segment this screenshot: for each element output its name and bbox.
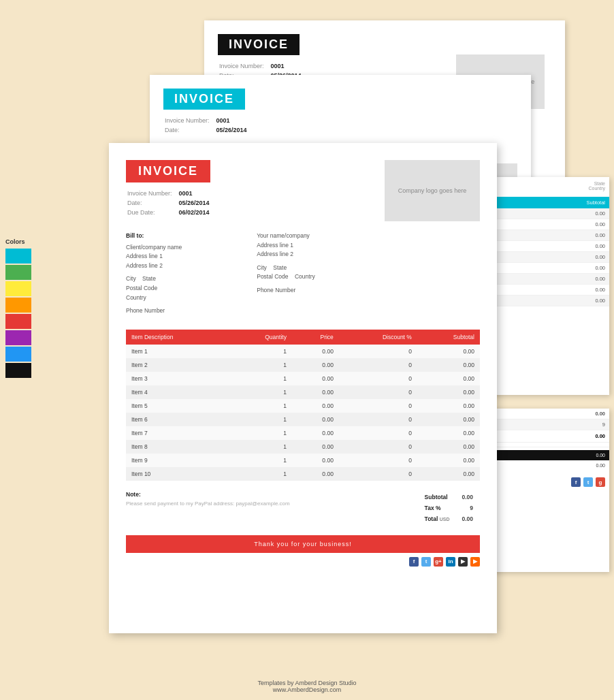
invoice-title-back1: INVOICE xyxy=(163,89,245,110)
social-facebook: f xyxy=(409,557,419,567)
table-row: Item 210.0000.00 xyxy=(126,358,480,372)
col-price: Price xyxy=(292,330,339,345)
totals-section: Subtotal 0.00 Tax % 9 Total USD 0.00 xyxy=(418,491,480,525)
col-subtotal: Subtotal xyxy=(417,330,480,345)
social-github: ▶ xyxy=(458,557,468,567)
color-swatch xyxy=(5,314,31,329)
note-section: Note: Please send payment to my PayPal a… xyxy=(126,491,290,507)
social-fb-right: f xyxy=(571,477,581,487)
table-row: Item 410.0000.00 xyxy=(126,385,480,399)
logo-main: Company logo goes here xyxy=(385,160,480,221)
right-row: 0.00 xyxy=(487,274,609,285)
right-row: 0.00 xyxy=(487,252,609,263)
colors-label: Colors xyxy=(5,238,31,245)
invoice-meta-main: Invoice Number: 0001 Date: 05/26/2014 Du… xyxy=(126,188,216,218)
footer-line1: Templates by Amberd Design Studio xyxy=(0,680,614,686)
color-swatch xyxy=(5,265,31,280)
total-currency: USD xyxy=(440,517,450,522)
table-row: Item 110.0000.00 xyxy=(126,345,480,358)
right-row: 0.00 xyxy=(487,241,609,252)
color-swatch xyxy=(5,330,31,345)
right-panel-2: 0.00 9 0.00 0.00 0.00 f t g xyxy=(490,409,609,572)
right-panel-1: StateCountry Subtotal 0.00 0.00 0.00 0.0… xyxy=(487,177,609,395)
table-row: Item 310.0000.00 xyxy=(126,372,480,385)
total-label: Total xyxy=(425,515,438,522)
colors-sidebar: Colors xyxy=(5,238,31,379)
color-swatches xyxy=(5,249,31,378)
social-rss: ▶ xyxy=(470,557,480,567)
color-swatch xyxy=(5,347,31,362)
footer-line2: www.AmberdDesign.com xyxy=(0,686,614,693)
right-row-total1: 0.00 xyxy=(490,409,609,419)
social-icons: f t g+ in ▶ ▶ xyxy=(126,557,480,567)
table-row: Item 810.0000.00 xyxy=(126,440,480,454)
right-row-tax: 9 xyxy=(490,419,609,430)
table-row: Item 510.0000.00 xyxy=(126,399,480,413)
color-swatch xyxy=(5,363,31,378)
bill-to: Bill to: Client/company name Address lin… xyxy=(126,232,182,316)
right-row-spacer xyxy=(490,443,609,447)
bill-section: Bill to: Client/company name Address lin… xyxy=(126,232,480,316)
right-subtotal-bar: Subtotal xyxy=(487,197,609,208)
invoice-title-main: INVOICE xyxy=(126,160,210,182)
table-row: Item 910.0000.00 xyxy=(126,454,480,467)
note-totals-row: Note: Please send payment to my PayPal a… xyxy=(126,491,480,535)
invoice-main: INVOICE Invoice Number: 0001 Date: 05/26… xyxy=(109,143,497,633)
right-row: 0.00 xyxy=(487,285,609,296)
items-table: Item Description Quantity Price Discount… xyxy=(126,330,480,481)
social-linkedin: in xyxy=(446,557,455,567)
col-discount: Discount % xyxy=(339,330,417,345)
right-row: 0.00 xyxy=(487,219,609,230)
page-footer: Templates by Amberd Design Studio www.Am… xyxy=(0,680,614,693)
invoice-main-header: INVOICE Invoice Number: 0001 Date: 05/26… xyxy=(126,160,480,221)
right-row: 0.00 xyxy=(487,208,609,219)
right-row: 0.00 xyxy=(487,230,609,241)
bill-from: Your name/company Address line 1 Address… xyxy=(257,232,315,316)
invoice-footer: Thank you for your business! xyxy=(126,535,480,553)
color-swatch xyxy=(5,281,31,296)
social-gp-right: g xyxy=(596,477,605,487)
social-googleplus: g+ xyxy=(434,557,443,567)
table-row: Item 1010.0000.00 xyxy=(126,467,480,481)
right-row: 0.00 xyxy=(487,263,609,274)
color-swatch xyxy=(5,249,31,264)
right-row: 0.00 xyxy=(487,296,609,306)
social-tw-right: t xyxy=(583,477,593,487)
table-row: Item 610.0000.00 xyxy=(126,413,480,426)
invoice-meta-back1: Invoice Number: 0001 Date: 05/26/2014 xyxy=(163,115,254,136)
invoice-title-back2: INVOICE xyxy=(218,34,300,55)
col-description: Item Description xyxy=(126,330,229,345)
totals-table: Subtotal 0.00 Tax % 9 Total USD 0.00 xyxy=(418,491,480,525)
col-quantity: Quantity xyxy=(229,330,292,345)
table-row: Item 710.0000.00 xyxy=(126,426,480,440)
social-twitter: t xyxy=(421,557,431,567)
color-swatch xyxy=(5,298,31,313)
